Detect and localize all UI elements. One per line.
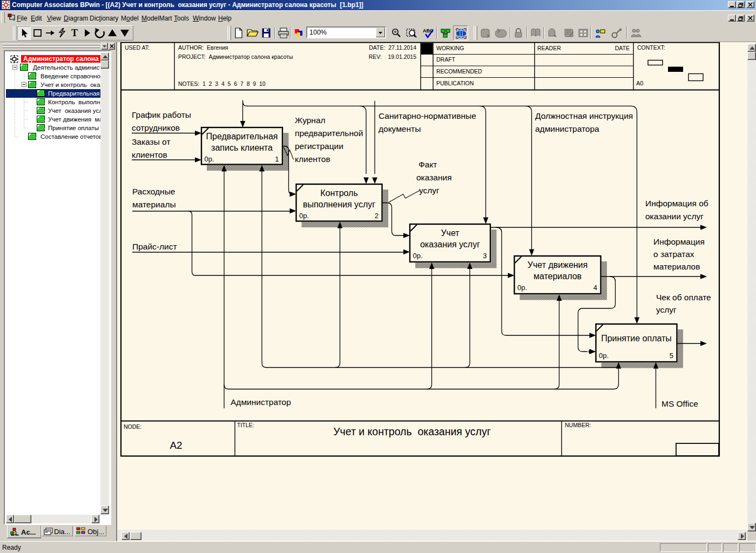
svg-text:DATE: 27.11.2014: DATE: 27.11.2014 (369, 44, 416, 51)
svg-text:USED AT:: USED AT: (125, 44, 150, 51)
svg-text:услуг: услуг (656, 305, 677, 314)
svg-text:Санитарно-нормативные: Санитарно-нормативные (379, 111, 476, 120)
svg-text:Заказы от: Заказы от (132, 137, 170, 146)
svg-text:администратора: администратора (535, 124, 599, 133)
svg-text:0р.: 0р. (413, 252, 423, 260)
svg-text:Факт: Факт (418, 160, 437, 169)
svg-text:запись клиента: запись клиента (211, 143, 273, 152)
svg-text:о затратах: о затратах (653, 249, 694, 259)
svg-text:5: 5 (670, 352, 673, 360)
svg-text:Учет движения: Учет движения (528, 260, 588, 269)
svg-text:материалов: материалов (534, 272, 582, 281)
svg-text:Учет и контроль оказания услу: Учет и контроль оказания услуг (333, 426, 491, 437)
svg-text:оказании услуг: оказании услуг (645, 212, 704, 221)
svg-text:A0: A0 (636, 80, 643, 86)
svg-text:MS Office: MS Office (662, 399, 698, 408)
svg-text:T: T (71, 28, 78, 38)
svg-text:Должностная инструкция: Должностная инструкция (535, 111, 633, 120)
svg-text:3: 3 (483, 252, 487, 260)
svg-text:Предварительная: Предварительная (206, 132, 278, 141)
svg-text:DATE: DATE (615, 45, 630, 51)
svg-text:выполнения услуг: выполнения услуг (303, 200, 375, 209)
svg-text:Прайс-лист: Прайс-лист (132, 242, 177, 251)
svg-text:NOTES: 1 2 3 4 5 6 7 8: NOTES: 1 2 3 4 5 6 7 8 9 10 (178, 80, 266, 87)
svg-text:Информация: Информация (653, 237, 705, 246)
svg-text:NUMBER:: NUMBER: (565, 422, 591, 428)
svg-text:READER: READER (537, 45, 561, 51)
svg-text:NODE:: NODE: (124, 423, 141, 430)
svg-text:0р.: 0р. (517, 284, 527, 292)
svg-text:TITLE:: TITLE: (237, 422, 254, 428)
svg-text:Расходные: Расходные (132, 187, 175, 196)
svg-text:клиентов: клиентов (295, 154, 330, 164)
svg-text:CONTEXT:: CONTEXT: (637, 44, 665, 51)
svg-text:регистрации: регистрации (295, 141, 343, 151)
svg-text:PUBLICATION: PUBLICATION (436, 80, 474, 86)
svg-text:Информация об: Информация об (645, 199, 708, 208)
svg-text:материалов: материалов (653, 262, 700, 271)
svg-text:RECOMMENDED: RECOMMENDED (436, 68, 482, 75)
svg-text:предварительной: предварительной (295, 129, 363, 138)
svg-text:REV: 19.01.2015: REV: 19.01.2015 (369, 53, 416, 60)
svg-text:4: 4 (593, 284, 597, 292)
svg-text:1: 1 (275, 155, 279, 163)
svg-text:клиентов: клиентов (132, 150, 167, 159)
svg-text:PROJECT: Администратор салона: PROJECT: Администратор салона красоты (178, 53, 293, 60)
svg-text:сотрудников: сотрудников (132, 123, 180, 132)
svg-text:0р.: 0р. (299, 212, 309, 220)
svg-text:0р.: 0р. (599, 352, 609, 360)
svg-text:Принятие оплаты: Принятие оплаты (601, 334, 672, 343)
svg-text:документы: документы (379, 124, 421, 133)
svg-text:Учет: Учет (441, 228, 460, 238)
svg-text:2: 2 (375, 212, 379, 220)
svg-text:WORKING: WORKING (436, 45, 464, 51)
svg-text:AUTHOR: Евгения: AUTHOR: Евгения (178, 44, 228, 51)
svg-text:0р.: 0р. (205, 155, 214, 163)
svg-text:A2: A2 (170, 440, 182, 451)
svg-text:Администратор: Администратор (231, 397, 291, 407)
svg-text:оказания: оказания (416, 173, 452, 182)
svg-text:График работы: График работы (132, 110, 191, 119)
svg-text:материалы: материалы (132, 200, 176, 209)
svg-text:Журнал: Журнал (295, 116, 326, 125)
svg-text:Чек об оплате: Чек об оплате (656, 293, 711, 302)
svg-text:услуг: услуг (419, 186, 440, 195)
svg-text:оказания услуг: оказания услуг (420, 240, 480, 249)
svg-text:DRAFT: DRAFT (436, 56, 456, 63)
svg-text:Контроль: Контроль (320, 188, 358, 198)
